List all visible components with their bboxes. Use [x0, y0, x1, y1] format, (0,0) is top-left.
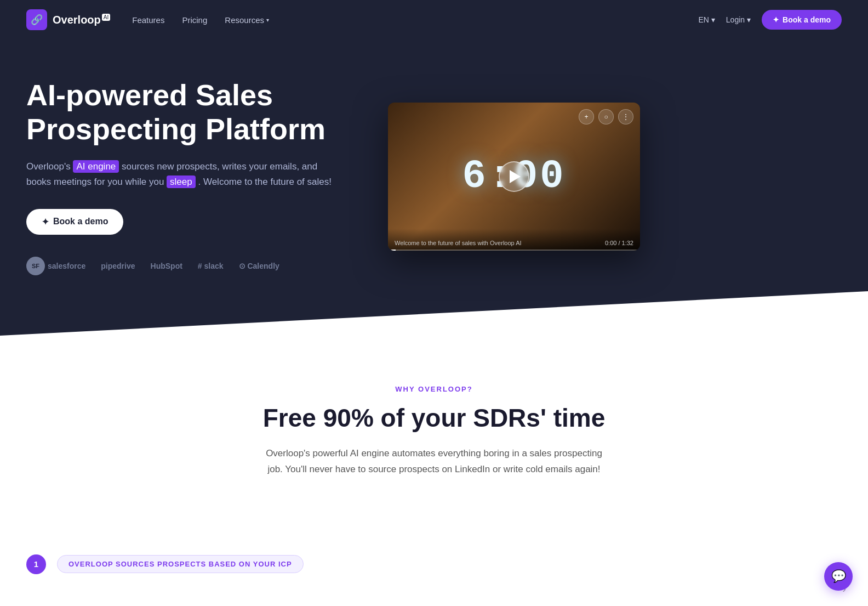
video-progress-filled	[388, 250, 396, 251]
video-add-control[interactable]: +	[579, 109, 594, 124]
video-container: 6:00 + ○ ⋮ Welcome to the future of sale…	[388, 103, 640, 251]
slack-logo: # slack	[198, 262, 224, 270]
feature-row-1: 1 OVERLOOP SOURCES PROSPECTS BASED ON YO…	[0, 543, 868, 585]
nav-link-pricing[interactable]: Pricing	[182, 15, 207, 25]
hero-subtitle: Overloop's AI engine sources new prospec…	[26, 159, 344, 189]
section-description: Overloop's powerful AI engine automates …	[264, 446, 604, 478]
logo-text: OverloopAI	[53, 14, 110, 26]
calendly-logo: ⊙ Calendly	[239, 262, 279, 270]
chevron-down-icon: ▾	[747, 15, 751, 24]
language-selector[interactable]: EN ▾	[698, 15, 715, 24]
chevron-down-icon: ▾	[266, 17, 269, 23]
salesforce-logo: SF salesforce	[26, 257, 85, 275]
video-caption: Welcome to the future of sales with Over…	[395, 240, 522, 246]
nav-right: EN ▾ Login ▾ ✦ Book a demo	[698, 10, 842, 30]
video-circle-control[interactable]: ○	[598, 109, 614, 124]
hubspot-logo: HubSpot	[151, 262, 182, 270]
highlight-sleep: sleep	[167, 175, 196, 188]
video-progress-bar-container[interactable]	[388, 250, 640, 251]
video-time: 0:00 / 1:32	[605, 240, 633, 246]
salesforce-badge: SF	[26, 257, 45, 275]
login-button[interactable]: Login ▾	[726, 15, 751, 24]
hero-video-section: 6:00 + ○ ⋮ Welcome to the future of sale…	[366, 103, 640, 251]
feature-number: 1	[26, 554, 46, 574]
pipedrive-logo: pipedrive	[101, 262, 135, 270]
spark-icon: ✦	[773, 15, 779, 24]
chat-icon: 💬	[831, 569, 846, 584]
video-more-control[interactable]: ⋮	[618, 109, 633, 124]
hero-section: AI-powered Sales Prospecting Platform Ov…	[0, 39, 868, 336]
integrations-row: SF salesforce pipedrive HubSpot # slack …	[26, 257, 344, 275]
nav-link-features[interactable]: Features	[132, 15, 164, 25]
nav-links: Features Pricing Resources ▾	[132, 15, 269, 25]
video-footer: Welcome to the future of sales with Over…	[388, 229, 640, 251]
logo[interactable]: 🔗 OverloopAI	[26, 9, 110, 30]
chevron-down-icon: ▾	[711, 15, 715, 24]
nav-link-resources[interactable]: Resources ▾	[225, 15, 269, 25]
spark-icon: ✦	[42, 217, 49, 227]
hero-book-demo-button[interactable]: ✦ Book a demo	[26, 209, 123, 235]
nav-book-demo-button[interactable]: ✦ Book a demo	[762, 10, 842, 30]
section-title: Free 90% of your SDRs' time	[26, 403, 842, 433]
highlight-ai-engine: AI engine	[73, 160, 119, 173]
navbar: 🔗 OverloopAI Features Pricing Resources …	[0, 0, 868, 39]
logo-icon: 🔗	[26, 9, 47, 30]
section-label: WHY OVERLOOP?	[26, 385, 842, 393]
nav-left: 🔗 OverloopAI Features Pricing Resources …	[26, 9, 269, 30]
feature-label: OVERLOOP SOURCES PROSPECTS BASED ON YOUR…	[57, 555, 304, 573]
video-play-button[interactable]	[499, 161, 529, 192]
hero-content: AI-powered Sales Prospecting Platform Ov…	[26, 78, 344, 275]
hero-title: AI-powered Sales Prospecting Platform	[26, 78, 344, 146]
why-overloop-section: WHY OVERLOOP? Free 90% of your SDRs' tim…	[0, 336, 868, 543]
video-controls: + ○ ⋮	[579, 109, 633, 124]
